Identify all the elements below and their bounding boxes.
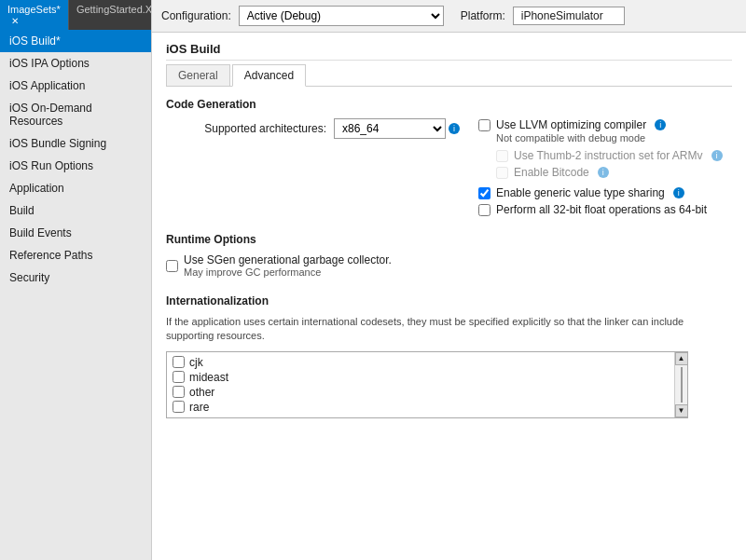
tab-general-label: General (178, 69, 218, 82)
sidebar-item-ios-bundle[interactable]: iOS Bundle Signing (0, 132, 151, 155)
intl-description: If the application uses certain internat… (166, 315, 732, 344)
platform-value: iPhoneSimulator (513, 7, 625, 25)
config-label: Configuration: (161, 9, 231, 22)
sidebar-item-application[interactable]: Application (0, 177, 151, 199)
tab-close-icon[interactable]: ✕ (11, 16, 19, 26)
sidebar-item-ios-ipa-label: iOS IPA Options (9, 57, 90, 70)
intl-section: Internationalization If the application … (166, 294, 732, 418)
intl-listbox[interactable]: cjk mideast other rare (166, 351, 688, 418)
section-header: iOS Build (166, 42, 732, 61)
float32-row: Perform all 32-bit float operations as 6… (478, 203, 732, 216)
sidebar-item-reference-paths[interactable]: Reference Paths (0, 244, 151, 266)
sidebar-item-ios-ondemand[interactable]: iOS On-Demand Resources (0, 97, 151, 132)
tab-imagesets[interactable]: ImageSets* ✕ (0, 0, 69, 30)
sidebar-item-ios-ondemand-label: iOS On-Demand Resources (9, 102, 92, 128)
arch-row: Supported architectures: x86_64 i (166, 118, 460, 139)
col-right: Use LLVM optimizing compiler i Not compa… (478, 98, 732, 216)
label-mideast: mideast (189, 371, 228, 384)
sidebar-item-ios-app-label: iOS Application (9, 79, 85, 92)
code-gen-title: Code Generation (166, 98, 460, 111)
checkbox-cjk[interactable] (173, 356, 185, 368)
content-tabs: General Advanced (166, 64, 732, 87)
sidebar-item-build-events[interactable]: Build Events (0, 222, 151, 244)
generic-value-checkbox[interactable] (478, 187, 490, 199)
sidebar-item-build[interactable]: Build (0, 199, 151, 222)
config-select[interactable]: Active (Debug) (239, 6, 444, 26)
generic-value-row: Enable generic value type sharing i (478, 186, 732, 199)
scrollbar-down-arrow[interactable]: ▼ (675, 404, 688, 417)
main-panel: Configuration: Active (Debug) Platform: … (152, 0, 746, 560)
sidebar-item-security[interactable]: Security (0, 266, 151, 289)
sidebar-item-ios-run[interactable]: iOS Run Options (0, 155, 151, 177)
list-item-rare[interactable]: rare (170, 400, 672, 415)
list-item-mideast[interactable]: mideast (170, 370, 672, 385)
intl-list-inner: cjk mideast other rare (170, 355, 672, 415)
arch-info-icon[interactable]: i (449, 123, 460, 134)
list-item-cjk[interactable]: cjk (170, 355, 672, 370)
sgen-row: Use SGen generational garbage collector.… (166, 253, 732, 278)
thumb2-option-row: Use Thumb-2 instruction set for ARMv i (496, 149, 732, 162)
llvm-checkbox[interactable] (478, 119, 490, 131)
llvm-sublabel: Not compatible with debug mode (496, 132, 645, 143)
runtime-section: Runtime Options Use SGen generational ga… (166, 233, 732, 278)
label-cjk: cjk (189, 356, 203, 369)
checkbox-mideast[interactable] (173, 371, 185, 383)
label-other: other (189, 386, 214, 399)
bitcode-label: Enable Bitcode (514, 166, 589, 179)
float32-label: Perform all 32-bit float operations as 6… (496, 203, 707, 216)
llvm-info-icon[interactable]: i (655, 119, 666, 130)
sidebar-item-ios-bundle-label: iOS Bundle Signing (9, 137, 106, 150)
scrollbar-up-arrow[interactable]: ▲ (675, 352, 688, 365)
arch-select[interactable]: x86_64 (334, 118, 446, 139)
sidebar-item-ios-build-label: iOS Build* (9, 34, 61, 48)
sidebar: ImageSets* ✕ GettingStarted.Xamarin iOS … (0, 0, 152, 560)
checkbox-rare[interactable] (173, 401, 185, 413)
checkbox-other[interactable] (173, 386, 185, 398)
thumb2-checkbox[interactable] (496, 150, 508, 162)
sgen-sublabel: May improve GC performance (184, 266, 392, 278)
bitcode-checkbox[interactable] (496, 167, 508, 179)
file-tabs: ImageSets* ✕ GettingStarted.Xamarin (0, 0, 151, 30)
thumb2-label: Use Thumb-2 instruction set for ARMv (514, 149, 703, 162)
platform-label: Platform: (461, 9, 505, 22)
sidebar-item-build-label: Build (9, 204, 35, 217)
sidebar-item-application-label: Application (9, 182, 64, 195)
col-left: Code Generation Supported architectures:… (166, 98, 460, 216)
llvm-sub-row: Not compatible with debug mode (496, 132, 732, 143)
float32-checkbox[interactable] (478, 204, 490, 216)
sidebar-item-reference-paths-label: Reference Paths (9, 249, 92, 262)
sidebar-item-security-label: Security (9, 271, 49, 284)
intl-title: Internationalization (166, 294, 732, 307)
sgen-text-block: Use SGen generational garbage collector.… (184, 253, 392, 278)
bitcode-option-row: Enable Bitcode i (496, 166, 732, 179)
sidebar-item-ios-run-label: iOS Run Options (9, 159, 93, 172)
list-item-other[interactable]: other (170, 385, 672, 400)
sidebar-item-ios-build[interactable]: iOS Build* (0, 30, 151, 52)
sidebar-item-build-events-label: Build Events (9, 226, 72, 239)
runtime-title: Runtime Options (166, 233, 732, 246)
scrollbar-track: ▲ ▼ (674, 352, 687, 417)
code-generation-section: Code Generation Supported architectures:… (166, 98, 732, 216)
llvm-label: Use LLVM optimizing compiler (496, 118, 646, 131)
arch-label: Supported architectures: (166, 122, 334, 135)
label-rare: rare (189, 401, 209, 414)
content-area: iOS Build General Advanced Code Generati… (152, 33, 746, 560)
generic-value-label: Enable generic value type sharing (496, 186, 665, 199)
scrollbar-thumb[interactable] (681, 367, 683, 403)
tab-advanced[interactable]: Advanced (232, 64, 306, 87)
tab-imagesets-label: ImageSets* (7, 4, 61, 15)
tab-advanced-label: Advanced (244, 69, 294, 82)
thumb2-info-icon[interactable]: i (711, 150, 723, 161)
tab-general[interactable]: General (166, 64, 230, 86)
top-bar: Configuration: Active (Debug) Platform: … (152, 0, 746, 33)
sidebar-item-ios-ipa[interactable]: iOS IPA Options (0, 52, 151, 75)
bitcode-info-icon[interactable]: i (598, 167, 609, 178)
llvm-option-row: Use LLVM optimizing compiler i (478, 118, 732, 131)
sgen-checkbox[interactable] (166, 260, 178, 272)
sidebar-item-ios-app[interactable]: iOS Application (0, 75, 151, 97)
sgen-label: Use SGen generational garbage collector. (184, 253, 392, 266)
generic-info-icon[interactable]: i (673, 187, 684, 198)
